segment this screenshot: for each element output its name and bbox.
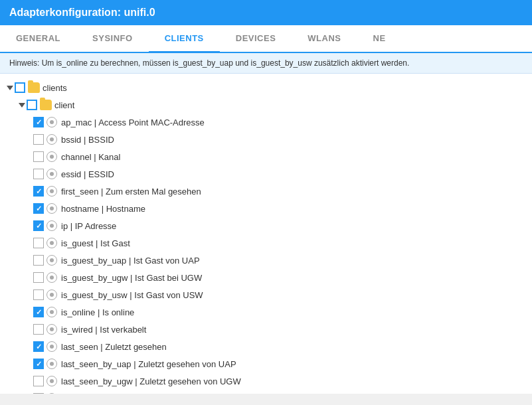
tab-wlans[interactable]: WLANS [292, 25, 357, 53]
field-label-last_seen_by_uap: last_seen_by_uap | Zuletzt gesehen von U… [61, 359, 236, 369]
client-folder-icon [40, 100, 52, 110]
field-row-essid: essid | ESSID [3, 165, 529, 183]
checkbox-last_seen[interactable] [33, 341, 44, 352]
circle-icon-last_seen [46, 341, 57, 352]
checkbox-is_guest[interactable] [33, 238, 44, 248]
circle-icon-is_guest [46, 238, 57, 248]
field-row-last_seen: last_seen | Zuletzt gesehen [3, 338, 529, 355]
field-row-last_seen_by_usw: last_seen_by_usw | Zuletzt gesehen von U… [3, 390, 529, 394]
checkbox-is_online[interactable] [33, 307, 44, 317]
field-label-bssid: bssid | BSSID [61, 135, 114, 145]
expand-client-icon[interactable] [19, 103, 25, 108]
field-label-is_guest_by_usw: is_guest_by_usw | Ist Gast von USW [61, 290, 203, 300]
field-label-first_seen: first_seen | Zum ersten Mal gesehen [61, 187, 201, 197]
circle-icon-last_seen_by_usw [46, 393, 57, 394]
hint-bar: Hinweis: Um is_online zu berechnen, müss… [0, 53, 532, 74]
checkbox-is_guest_by_usw[interactable] [33, 289, 44, 300]
checkbox-is_guest_by_ugw[interactable] [33, 272, 44, 283]
field-label-essid: essid | ESSID [61, 169, 114, 179]
tab-devices[interactable]: DEVICES [220, 25, 292, 53]
field-row-bssid: bssid | BSSID [3, 131, 529, 148]
field-row-first_seen: first_seen | Zum ersten Mal gesehen [3, 183, 529, 200]
field-row-last_seen_by_uap: last_seen_by_uap | Zuletzt gesehen von U… [3, 355, 529, 372]
checkbox-channel[interactable] [33, 151, 44, 162]
checkbox-bssid[interactable] [33, 134, 44, 145]
circle-icon-hostname [46, 203, 57, 214]
circle-icon-is_guest_by_ugw [46, 272, 57, 283]
client-folder-checkbox[interactable] [27, 100, 37, 110]
circle-icon-last_seen_by_ugw [46, 376, 57, 386]
field-row-channel: channel | Kanal [3, 148, 529, 165]
tab-sysinfo[interactable]: SYSINFO [76, 25, 149, 53]
circle-icon-is_online [46, 307, 57, 317]
field-row-is_guest_by_usw: is_guest_by_usw | Ist Gast von USW [3, 286, 529, 303]
field-row-ip: ip | IP Adresse [3, 217, 529, 234]
circle-icon-is_guest_by_uap [46, 255, 57, 266]
tab-general[interactable]: GENERAL [0, 25, 76, 53]
field-row-last_seen_by_ugw: last_seen_by_ugw | Zuletzt gesehen von U… [3, 372, 529, 390]
tree-client-row[interactable]: client [3, 96, 529, 114]
circle-icon-last_seen_by_uap [46, 359, 57, 369]
circle-icon-channel [46, 151, 57, 162]
field-label-is_guest: is_guest | Ist Gast [61, 238, 130, 248]
field-label-hostname: hostname | Hostname [61, 204, 145, 214]
checkbox-last_seen_by_usw[interactable] [33, 393, 44, 394]
tab-ne[interactable]: NE [357, 25, 402, 53]
field-row-is_guest_by_ugw: is_guest_by_ugw | Ist Gast bei UGW [3, 269, 529, 286]
field-label-ip: ip | IP Adresse [61, 221, 116, 231]
field-row-is_guest: is_guest | Ist Gast [3, 234, 529, 252]
circle-icon-is_wired [46, 324, 57, 335]
field-label-is_guest_by_uap: is_guest_by_uap | Ist Gast von UAP [61, 256, 200, 266]
checkbox-last_seen_by_uap[interactable] [33, 359, 44, 369]
field-label-last_seen_by_usw: last_seen_by_usw | Zuletzt gesehen von U… [61, 394, 271, 394]
checkbox-last_seen_by_ugw[interactable] [33, 376, 44, 386]
hint-text: Hinweis: Um is_online zu berechnen, müss… [9, 58, 409, 68]
checkbox-ip[interactable] [33, 220, 44, 231]
checkbox-is_wired[interactable] [33, 324, 44, 335]
field-label-channel: channel | Kanal [61, 152, 120, 162]
title-text: Adapterkonfiguration: unifi.0 [9, 7, 155, 18]
circle-icon-is_guest_by_usw [46, 289, 57, 300]
checkbox-first_seen[interactable] [33, 186, 44, 197]
field-row-ap_mac: ap_mac | Access Point MAC-Adresse [3, 114, 529, 131]
field-label-is_online: is_online | Is online [61, 307, 134, 317]
field-row-is_wired: is_wired | Ist verkabelt [3, 321, 529, 338]
checkbox-ap_mac[interactable] [33, 117, 44, 127]
tab-bar: GENERAL SYSINFO CLIENTS DEVICES WLANS NE [0, 25, 532, 53]
tab-clients[interactable]: CLIENTS [149, 25, 220, 53]
field-label-is_guest_by_ugw: is_guest_by_ugw | Ist Gast bei UGW [61, 273, 202, 283]
field-label-is_wired: is_wired | Ist verkabelt [61, 325, 146, 335]
expand-clients-icon[interactable] [7, 86, 13, 90]
clients-label: clients [43, 83, 67, 93]
checkbox-essid[interactable] [33, 169, 44, 179]
field-row-is_online: is_online | Is online [3, 303, 529, 321]
circle-icon-ap_mac [46, 117, 57, 127]
checkbox-is_guest_by_uap[interactable] [33, 255, 44, 266]
clients-folder-icon [28, 82, 40, 93]
clients-folder-checkbox[interactable] [15, 82, 25, 93]
circle-icon-ip [46, 220, 57, 231]
field-label-ap_mac: ap_mac | Access Point MAC-Adresse [61, 118, 205, 127]
tree-root-row[interactable]: clients [3, 79, 529, 96]
field-row-is_guest_by_uap: is_guest_by_uap | Ist Gast von UAP [3, 252, 529, 269]
tree-area: clients client ap_mac | Access Point MAC… [0, 74, 532, 394]
circle-icon-essid [46, 169, 57, 179]
client-label: client [54, 100, 74, 110]
circle-icon-bssid [46, 134, 57, 145]
circle-icon-first_seen [46, 186, 57, 197]
title-bar: Adapterkonfiguration: unifi.0 [0, 0, 532, 25]
field-row-hostname: hostname | Hostname [3, 200, 529, 217]
checkbox-hostname[interactable] [33, 203, 44, 214]
field-label-last_seen: last_seen | Zuletzt gesehen [61, 342, 167, 352]
field-label-last_seen_by_ugw: last_seen_by_ugw | Zuletzt gesehen von U… [61, 376, 241, 386]
